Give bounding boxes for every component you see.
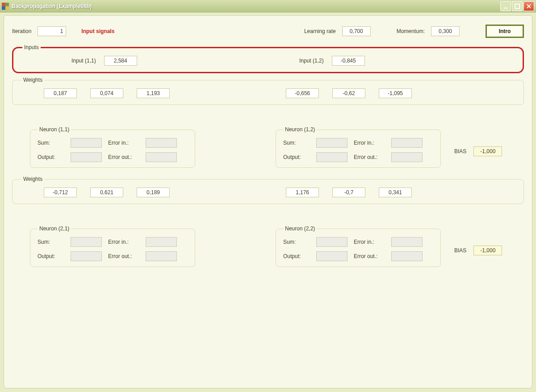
close-button[interactable] [523,1,534,11]
weight-2-right-1[interactable] [332,188,365,197]
n21-sum-value [71,237,102,247]
n21-errout-value [146,251,177,261]
learning-rate-label: Learning rate [304,28,336,34]
status-text: Input signals [81,28,114,34]
bias-1-value[interactable] [473,146,502,156]
app-window: Backpropagation (Example08b) Iteration I… [0,0,536,392]
top-controls: Iteration Input signals Learning rate Mo… [12,25,524,38]
neuron-2-2-legend: Neuron (2,2) [283,225,317,232]
n22-errin-label: Error in.: [354,239,389,245]
n12-errout-value [391,152,423,162]
weight-2-right-2[interactable] [379,188,412,197]
weight-1-right-2[interactable] [379,88,412,98]
n12-errin-label: Error in.: [354,140,389,146]
input-1-1-label: Input (1,1) [71,58,96,64]
weight-2-left-1[interactable] [90,188,123,197]
neuron-1-2-legend: Neuron (1,2) [283,126,317,133]
client-area: Iteration Input signals Learning rate Mo… [4,15,532,388]
n12-output-label: Output: [283,154,314,160]
neuron-1-1: Neuron (1,1) Sum: Error in.: Output: Err… [30,126,195,168]
n12-sum-value [316,138,348,148]
weight-1-right-1[interactable] [332,88,365,98]
inputs-legend: Inputs [22,44,41,50]
neuron-1-2: Neuron (1,2) Sum: Error in.: Output: Err… [276,126,441,168]
weights-1-legend: Weights [21,77,44,83]
n12-sum-label: Sum: [283,140,314,146]
n11-errin-label: Error in.: [108,140,144,146]
n11-output-label: Output: [38,154,69,160]
weight-1-left-1[interactable] [90,88,123,98]
n11-sum-label: Sum: [38,140,69,146]
n22-sum-value [316,237,348,247]
neuron-2-2: Neuron (2,2) Sum: Error in.: Output: Err… [276,225,441,267]
n22-sum-label: Sum: [283,239,314,245]
learning-rate-input[interactable] [342,26,371,36]
app-icon [2,3,9,10]
inputs-group: Inputs Input (1,1) Input (1,2) [12,44,524,73]
bias-1-label: BIAS [454,148,466,154]
weight-1-left-2[interactable] [137,88,170,98]
neuron-2-1-legend: Neuron (2,1) [38,225,71,232]
weight-2-right-0[interactable] [286,188,319,197]
n11-errout-value [146,152,177,162]
n22-output-value [316,251,348,261]
svg-rect-0 [504,8,507,8]
bias-2-label: BIAS [454,247,466,254]
n11-errout-label: Error out.: [108,154,144,160]
n21-errin-label: Error in.: [108,239,144,245]
n21-sum-label: Sum: [38,239,69,245]
intro-button[interactable]: Intro [486,25,524,38]
minimize-button[interactable] [500,1,511,11]
input-1-1-value[interactable] [104,56,137,66]
momentum-label: Momentum: [397,28,425,34]
momentum-input[interactable] [431,26,460,36]
n21-errin-value [146,237,177,247]
weight-1-left-0[interactable] [44,88,77,98]
window-title: Backpropagation (Example08b) [12,3,500,9]
maximize-button[interactable] [512,1,523,11]
weight-2-left-0[interactable] [44,188,77,197]
bias-2-value[interactable] [473,246,502,255]
n12-errin-value [391,138,423,148]
iteration-label: Iteration [12,28,31,34]
svg-rect-1 [515,4,519,8]
n12-errout-label: Error out.: [354,154,389,160]
n21-output-value [71,251,102,261]
n21-errout-label: Error out.: [108,253,144,259]
neuron-1-1-legend: Neuron (1,1) [38,126,71,133]
iteration-input[interactable] [38,26,66,36]
weights-group-1: Weights [12,77,524,105]
input-1-2-label: Input (1,2) [299,58,324,64]
weight-2-left-2[interactable] [137,188,170,197]
titlebar[interactable]: Backpropagation (Example08b) [0,0,536,13]
n22-output-label: Output: [283,253,314,259]
n11-output-value [71,152,102,162]
n12-output-value [316,152,348,162]
n22-errin-value [391,237,423,247]
weight-1-right-0[interactable] [286,88,319,98]
n22-errout-label: Error out.: [354,253,389,259]
weights-2-legend: Weights [21,176,44,182]
weights-group-2: Weights [12,176,524,204]
n11-sum-value [71,138,102,148]
neuron-2-1: Neuron (2,1) Sum: Error in.: Output: Err… [30,225,195,267]
n22-errout-value [391,251,423,261]
n21-output-label: Output: [38,253,69,259]
n11-errin-value [146,138,177,148]
input-1-2-value[interactable] [332,56,365,66]
